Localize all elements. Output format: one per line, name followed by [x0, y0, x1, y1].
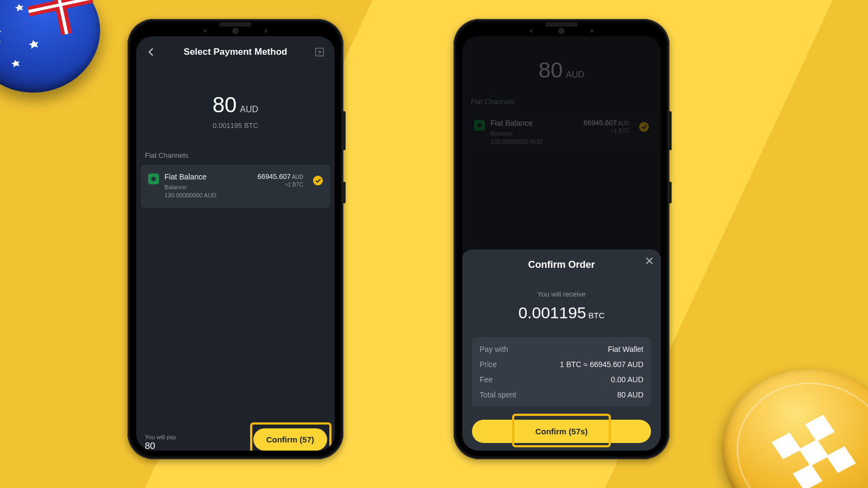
- page-title: Select Payment Method: [184, 47, 288, 57]
- sheet-title: Confirm Order: [472, 259, 651, 271]
- screen-left: Select Payment Method ? 80AUD 0.001195 B…: [136, 36, 335, 451]
- phone-left: Select Payment Method ? 80AUD 0.001195 B…: [127, 19, 343, 459]
- screen-right: 80AUD Fiat Channels Fiat Balance Balance…: [462, 36, 661, 451]
- channel-price-unit: AUD: [292, 174, 303, 180]
- confirm-order-sheet: Confirm Order You will receive 0.001195B…: [462, 249, 661, 451]
- phone-right: 80AUD Fiat Channels Fiat Balance Balance…: [454, 19, 669, 459]
- svg-text:?: ?: [318, 49, 321, 55]
- back-icon[interactable]: [144, 44, 159, 60]
- app-bar: Select Payment Method ?: [136, 36, 335, 68]
- order-details: Pay withFiat Wallet Price1 BTC ≈ 66945.6…: [472, 337, 651, 407]
- channel-price: 66945.607: [257, 172, 290, 181]
- channel-name: Fiat Balance: [164, 172, 252, 181]
- amount-currency: AUD: [240, 105, 258, 114]
- receive-label: You will receive: [472, 290, 651, 298]
- confirm-order-button[interactable]: Confirm (57s): [472, 420, 651, 443]
- balance-value: 130.00000000 AUD: [164, 192, 216, 198]
- balance-label: Balance:: [164, 184, 188, 190]
- cash-icon: [148, 174, 159, 184]
- you-will-pay-value: 80: [145, 441, 176, 451]
- you-will-pay-label: You will pay: [145, 434, 176, 440]
- amount-display: 80AUD 0.001195 BTC: [136, 93, 335, 130]
- receive-value: 0.001195: [518, 304, 586, 322]
- confirm-button[interactable]: Confirm (57): [253, 428, 327, 451]
- close-icon[interactable]: [644, 256, 654, 268]
- amount-value: 80: [213, 93, 237, 117]
- fiat-balance-option[interactable]: Fiat Balance Balance: 130.00000000 AUD 6…: [141, 165, 330, 208]
- help-icon[interactable]: ?: [312, 44, 327, 60]
- footer-bar: You will pay 80 Confirm (57): [136, 423, 335, 451]
- section-label: Fiat Channels: [136, 151, 335, 159]
- amount-crypto: 0.001195 BTC: [136, 121, 335, 130]
- channel-per-unit: ≈1 BTC: [257, 182, 303, 188]
- receive-unit: BTC: [589, 311, 605, 320]
- selected-check-icon: [313, 176, 323, 185]
